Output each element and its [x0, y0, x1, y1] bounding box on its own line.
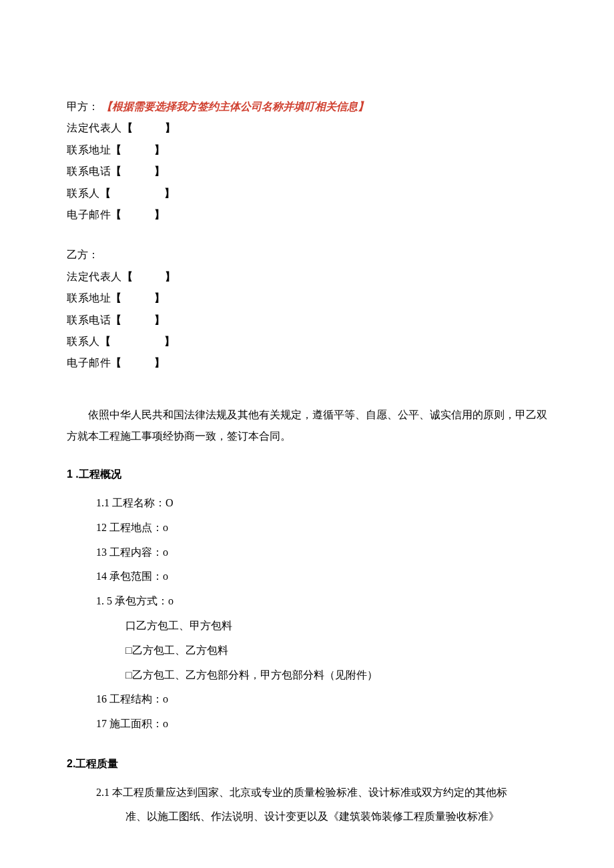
field-label: 联系人	[67, 332, 100, 352]
bracket-open: 【	[111, 140, 122, 160]
bracket-close: 】	[165, 118, 176, 138]
field-row: 联系电话【】	[67, 161, 547, 181]
section-1-item: 16 工程结构：o	[96, 687, 547, 712]
section-1-item: 14 承包范围：o	[96, 564, 547, 589]
field-label: 联系人	[67, 183, 100, 203]
bracket-close: 】	[154, 353, 166, 373]
bracket-open: 【	[100, 183, 111, 203]
field-row: 法定代表人【】	[67, 267, 547, 287]
party-b-fields: 法定代表人【】 联系地址【】 联系电话【】 联系人【】 电子邮件【】	[67, 267, 547, 374]
party-b-header: 乙方：	[67, 245, 547, 265]
section-2-heading: 2.工程质量	[67, 754, 547, 774]
field-label: 电子邮件	[67, 353, 111, 373]
section-2-item-continue: 准、以施工图纸、作法说明、设计变更以及《建筑装饰装修工程质量验收标准》	[125, 805, 547, 828]
bracket-open: 【	[100, 332, 111, 352]
section-1-item: 1. 5 承包方式：o	[96, 589, 547, 614]
field-label: 法定代表人	[67, 267, 122, 287]
field-label: 联系电话	[67, 161, 111, 181]
field-label: 联系电话	[67, 310, 111, 330]
section-1-item: 17 施工面积：o	[96, 712, 547, 737]
field-row: 电子邮件【】	[67, 205, 547, 225]
field-row: 电子邮件【】	[67, 353, 547, 373]
item-number: 2.1	[96, 787, 112, 798]
bracket-close: 】	[164, 183, 176, 203]
party-b-label: 乙方：	[67, 249, 99, 260]
bracket-open: 【	[122, 118, 133, 138]
party-a-header: 甲方： 【根据需要选择我方签约主体公司名称并填叮相关信息】	[67, 97, 547, 117]
bracket-open: 【	[122, 267, 133, 287]
bracket-close: 】	[164, 332, 176, 352]
preamble-paragraph: 依照中华人民共和国法律法规及其他有关规定，遵循平等、自愿、公平、诚实信用的原则，…	[67, 404, 547, 447]
spacer	[67, 226, 547, 245]
section-2-item: 2.1 本工程质量应达到国家、北京或专业的质量检验标准、设计标准或双方约定的其他…	[96, 781, 547, 804]
party-a-label: 甲方：	[67, 101, 99, 112]
field-row: 联系电话【】	[67, 310, 547, 330]
field-label: 电子邮件	[67, 205, 111, 225]
field-label: 法定代表人	[67, 118, 122, 138]
section-1-item: 12 工程地点：o	[96, 516, 547, 540]
bracket-open: 【	[111, 310, 122, 330]
bracket-close: 】	[154, 161, 166, 181]
party-a-note: 【根据需要选择我方签约主体公司名称并填叮相关信息】	[101, 101, 368, 112]
party-a-fields: 法定代表人【】 联系地址【】 联系电话【】 联系人【】 电子邮件【】	[67, 118, 547, 225]
field-row: 联系人【】	[67, 183, 547, 203]
section-1-item: 13 工程内容：o	[96, 540, 547, 565]
bracket-close: 】	[154, 205, 166, 225]
field-row: 法定代表人【】	[67, 118, 547, 138]
field-label: 联系地址	[67, 140, 111, 160]
bracket-close: 】	[165, 267, 176, 287]
document-page: 甲方： 【根据需要选择我方签约主体公司名称并填叮相关信息】 法定代表人【】 联系…	[0, 0, 614, 868]
section-1-item: 1.1 工程名称：O	[96, 491, 547, 516]
bracket-close: 】	[154, 288, 166, 308]
item-text: 本工程质量应达到国家、北京或专业的质量检验标准、设计标准或双方约定的其他标	[112, 787, 507, 798]
bracket-close: 】	[154, 310, 166, 330]
contract-option: □乙方包工、乙方包部分料，甲方包部分料（见附件）	[125, 663, 547, 688]
field-row: 联系地址【】	[67, 288, 547, 308]
field-label: 联系地址	[67, 288, 111, 308]
bracket-close: 】	[154, 140, 166, 160]
contract-option: □乙方包工、乙方包料	[125, 638, 547, 663]
contract-option: 口乙方包工、甲方包料	[125, 614, 547, 638]
field-row: 联系人【】	[67, 332, 547, 352]
bracket-open: 【	[111, 288, 122, 308]
field-row: 联系地址【】	[67, 140, 547, 160]
bracket-open: 【	[111, 353, 122, 373]
bracket-open: 【	[111, 161, 122, 181]
section-1-heading: 1 .工程概况	[67, 464, 547, 484]
bracket-open: 【	[111, 205, 122, 225]
